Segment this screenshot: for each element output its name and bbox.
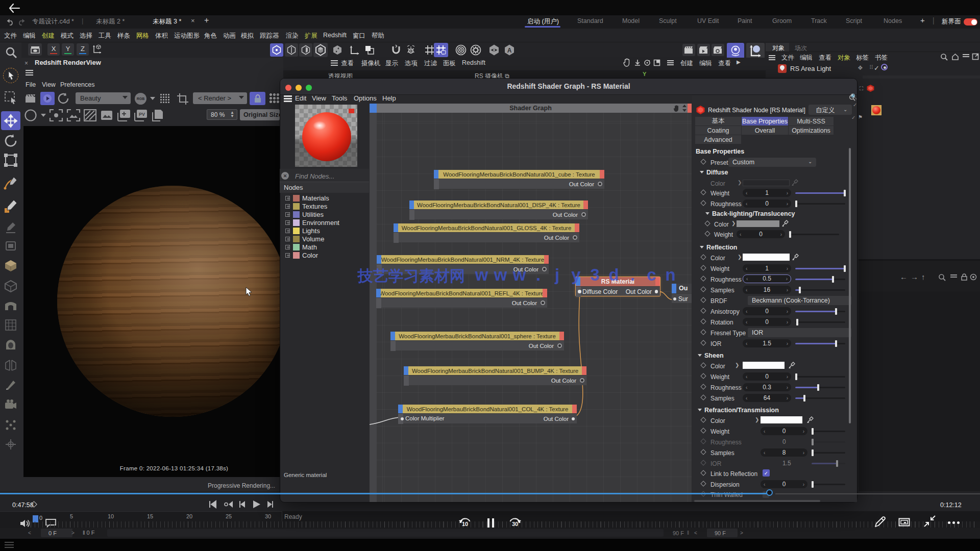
svg-text:PV: PV	[139, 112, 145, 117]
svg-text:A: A	[507, 47, 512, 54]
